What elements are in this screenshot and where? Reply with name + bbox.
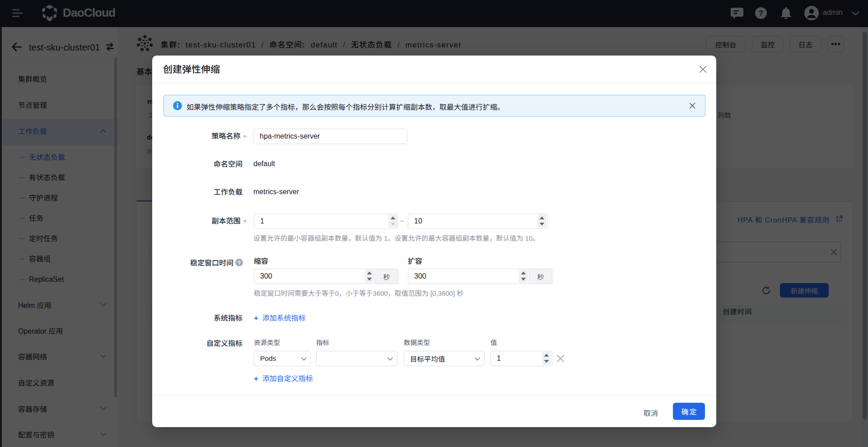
svg-text:?: ? [238,260,241,265]
